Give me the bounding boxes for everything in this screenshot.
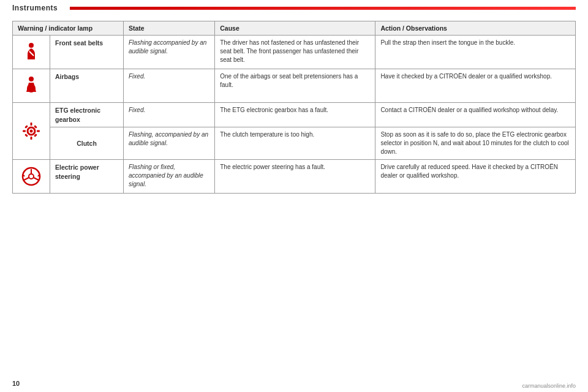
svg-rect-11 — [24, 125, 28, 129]
col-header-warning: Warning / indicator lamp — [13, 21, 124, 36]
svg-line-18 — [24, 178, 29, 180]
header-accent-bar — [70, 7, 576, 10]
row-cause-clutch: The clutch temperature is too high. — [215, 127, 375, 160]
icon-cell-airbag — [13, 69, 50, 103]
instruments-table: Warning / indicator lamp State Cause Act… — [12, 21, 576, 194]
seatbelt-icon — [20, 41, 42, 63]
col-header-action: Action / Observations — [375, 21, 576, 36]
table-row: Clutch Flashing, accompanied by an audib… — [13, 127, 576, 160]
table-row: Front seat belts Flashing accompanied by… — [13, 36, 576, 69]
steering-icon — [20, 165, 42, 187]
table-row: Airbags Fixed. One of the airbags or sea… — [13, 69, 576, 103]
row-cause-seatbelt: The driver has not fastened or has unfas… — [215, 36, 375, 69]
col-header-state: State — [124, 21, 215, 36]
row-state-seatbelt: Flashing accompanied by an audible signa… — [124, 36, 215, 69]
page-number: 10 — [12, 380, 20, 387]
page-title: Instruments — [12, 4, 58, 12]
airbag-icon — [20, 75, 42, 97]
svg-rect-10 — [37, 130, 40, 132]
row-state-clutch: Flashing, accompanied by an audible sign… — [124, 127, 215, 160]
row-action-steering: Drive carefully at reduced speed. Have i… — [375, 160, 576, 194]
row-cause-steering: The electric power steering has a fault. — [215, 160, 375, 194]
row-action-seatbelt: Pull the strap then insert the tongue in… — [375, 36, 576, 69]
row-action-clutch: Stop as soon as it is safe to do so, pla… — [375, 127, 576, 160]
svg-point-2 — [29, 77, 34, 81]
row-label-clutch: Clutch — [50, 127, 124, 160]
row-cause-etg: The ETG electronic gearbox has a fault. — [215, 103, 375, 127]
svg-rect-7 — [31, 123, 32, 126]
row-state-etg: Fixed. — [124, 103, 215, 127]
svg-point-4 — [29, 86, 34, 91]
row-action-airbag: Have it checked by a CITROËN dealer or a… — [375, 69, 576, 103]
icon-cell-seatbelt — [13, 36, 50, 69]
row-label-etg: ETG electronicgearbox — [50, 103, 124, 127]
svg-rect-13 — [24, 134, 28, 137]
table-row: ETG electronicgearbox Fixed. The ETG ele… — [13, 103, 576, 127]
svg-point-0 — [29, 43, 34, 48]
row-action-etg: Contact a CITROËN dealer or a qualified … — [375, 103, 576, 127]
main-content: Warning / indicator lamp State Cause Act… — [0, 15, 588, 200]
icon-cell-gearbox — [13, 103, 50, 160]
svg-point-6 — [30, 130, 33, 133]
col-header-cause: Cause — [215, 21, 375, 36]
row-cause-airbag: One of the airbags or seat belt pretensi… — [215, 69, 375, 103]
page-header: Instruments — [0, 0, 588, 15]
row-state-airbag: Fixed. — [124, 69, 215, 103]
icon-cell-steering — [13, 160, 50, 194]
row-label-airbag: Airbags — [50, 69, 124, 103]
svg-point-16 — [29, 174, 34, 179]
svg-line-19 — [34, 178, 39, 180]
svg-rect-9 — [23, 130, 26, 132]
table-row: Electric powersteering Flashing or fixed… — [13, 160, 576, 194]
gearbox-icon — [20, 120, 42, 142]
row-label-seatbelt: Front seat belts — [50, 36, 124, 69]
row-state-steering: Flashing or fixed, accompanied by an aud… — [124, 160, 215, 194]
footer-logo: carmanualsonline.info — [522, 383, 576, 389]
row-label-steering: Electric powersteering — [50, 160, 124, 194]
svg-rect-8 — [31, 137, 32, 140]
